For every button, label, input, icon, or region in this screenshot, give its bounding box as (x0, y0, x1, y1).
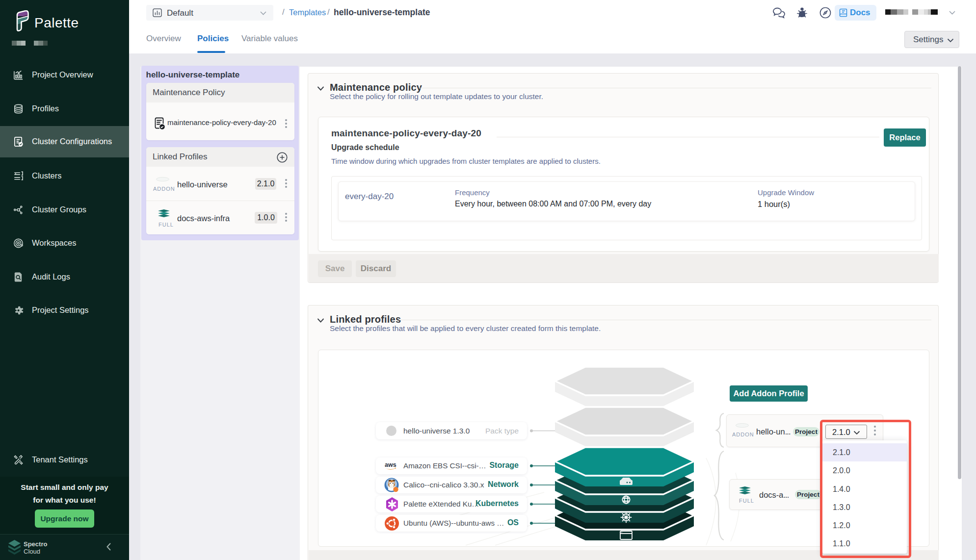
svg-text:aws: aws (385, 461, 396, 468)
